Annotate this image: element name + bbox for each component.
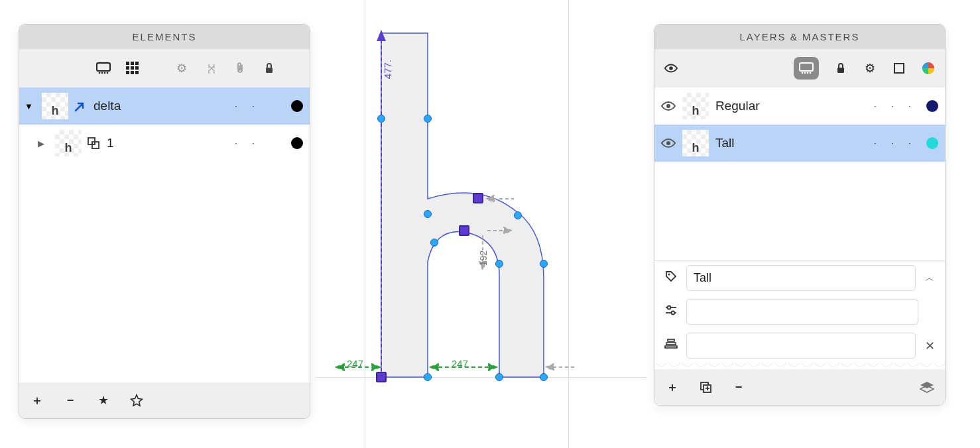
svg-rect-11 [126, 71, 129, 74]
col-dot: · [230, 139, 242, 148]
star-outline-icon[interactable] [129, 393, 144, 408]
color-chip[interactable] [291, 137, 303, 149]
svg-point-3 [104, 72, 106, 74]
star-filled-icon[interactable]: ★ [96, 393, 111, 408]
layer-properties: ︿ ✕ ＋ − [654, 260, 945, 405]
remove-icon[interactable]: − [63, 393, 78, 408]
element-name: delta [92, 99, 225, 113]
layer-row-tall[interactable]: h Tall · · · [654, 125, 945, 162]
gear-icon[interactable]: ⚙ [174, 61, 189, 76]
svg-point-46 [668, 306, 671, 309]
eye-icon[interactable] [660, 136, 677, 150]
svg-point-37 [807, 72, 809, 74]
measure-left-sidebearing: 247 [347, 358, 363, 369]
layer-name: Regular [714, 99, 864, 113]
svg-marker-56 [920, 382, 934, 388]
grid-icon[interactable] [125, 61, 140, 76]
element-row-1[interactable]: ▶ h 1 · · [19, 125, 310, 162]
measure-inner: 192 [478, 251, 489, 266]
glyph-outline [315, 0, 646, 448]
layer-thumb: h [682, 93, 709, 119]
layer-stack-input[interactable] [686, 333, 916, 359]
remove-icon[interactable]: − [731, 380, 746, 394]
elements-panel-title: ELEMENTS [19, 25, 310, 49]
lock-icon[interactable] [833, 61, 848, 76]
svg-marker-21 [336, 364, 344, 370]
color-chip[interactable] [291, 100, 303, 112]
elements-list: ▼ h delta · · ▶ h 1 · · [19, 87, 310, 382]
link-arrow-icon [74, 99, 87, 113]
add-icon[interactable]: ＋ [665, 380, 680, 394]
disclosure-triangle-icon[interactable]: ▶ [38, 139, 50, 148]
svg-rect-12 [131, 71, 134, 74]
paperclip-icon[interactable] [233, 61, 247, 76]
layer-name: Tall [714, 136, 864, 150]
svg-rect-14 [266, 68, 273, 73]
layers-list: h Regular · · · h Tall · · · [654, 87, 945, 260]
element-thumb: h [55, 130, 82, 156]
element-name: 1 [105, 136, 225, 150]
elements-panel: ELEMENTS ⚙ ¦×¦ ▼ h delta · · [19, 24, 310, 419]
lock-icon[interactable] [262, 61, 276, 76]
layers-panel: LAYERS & MASTERS ⚙ [654, 24, 946, 406]
svg-rect-40 [894, 64, 904, 73]
flip-icon[interactable]: ¦×¦ [204, 61, 218, 76]
svg-rect-13 [135, 71, 139, 74]
layers-stack-icon[interactable] [920, 380, 934, 394]
outline-icon[interactable] [892, 61, 906, 76]
duplicate-icon[interactable] [698, 380, 713, 394]
svg-point-44 [668, 274, 670, 276]
svg-rect-34 [800, 63, 813, 71]
elements-toolbar: ⚙ ¦×¦ [19, 49, 310, 87]
overlap-icon [87, 137, 100, 149]
svg-rect-39 [837, 68, 844, 73]
glyph-canvas[interactable]: 247 247 477. 192 [315, 0, 646, 448]
layer-axis-input[interactable] [686, 299, 918, 325]
svg-rect-7 [135, 62, 139, 65]
layer-thumb: h [682, 130, 709, 156]
eye-icon[interactable] [660, 99, 677, 113]
layer-row-regular[interactable]: h Regular · · · [654, 87, 945, 125]
svg-point-43 [666, 141, 670, 145]
svg-point-48 [672, 311, 675, 315]
close-icon[interactable]: ✕ [922, 339, 937, 353]
svg-rect-8 [126, 66, 129, 70]
color-chip[interactable] [926, 137, 938, 149]
svg-rect-16 [92, 142, 99, 148]
svg-point-42 [666, 104, 670, 108]
disclosure-triangle-icon[interactable]: ▼ [25, 101, 36, 111]
chevron-up-icon[interactable]: ︿ [922, 271, 937, 286]
add-icon[interactable]: ＋ [30, 393, 44, 408]
element-thumb: h [42, 93, 68, 119]
color-chip[interactable] [926, 100, 938, 112]
svg-marker-20 [372, 364, 380, 370]
svg-point-2 [101, 72, 103, 74]
bbox-active-icon[interactable] [794, 57, 819, 80]
svg-rect-9 [131, 66, 134, 70]
svg-rect-0 [97, 63, 110, 71]
svg-rect-51 [665, 346, 677, 348]
svg-rect-50 [666, 343, 676, 345]
svg-point-35 [802, 72, 804, 74]
svg-point-33 [669, 66, 673, 70]
svg-point-36 [804, 72, 806, 74]
svg-rect-10 [135, 66, 139, 70]
svg-marker-24 [430, 364, 438, 370]
sliders-icon [662, 305, 680, 319]
measure-ascender: 477. [382, 60, 393, 79]
tag-icon [662, 270, 680, 286]
eye-icon[interactable] [664, 61, 678, 76]
svg-rect-5 [126, 62, 129, 65]
col-dot: · [247, 101, 259, 111]
svg-rect-6 [131, 62, 134, 65]
color-wheel-icon[interactable] [921, 61, 936, 76]
layers-toolbar: ⚙ [654, 49, 945, 87]
svg-point-1 [99, 72, 101, 74]
svg-point-38 [810, 72, 812, 74]
bbox-icon[interactable] [96, 61, 111, 76]
element-row-delta[interactable]: ▼ h delta · · [19, 87, 310, 125]
gear-icon[interactable]: ⚙ [863, 61, 877, 76]
layer-name-input[interactable] [686, 265, 916, 291]
svg-rect-49 [668, 339, 674, 341]
elements-footer: ＋ − ★ [19, 382, 310, 418]
